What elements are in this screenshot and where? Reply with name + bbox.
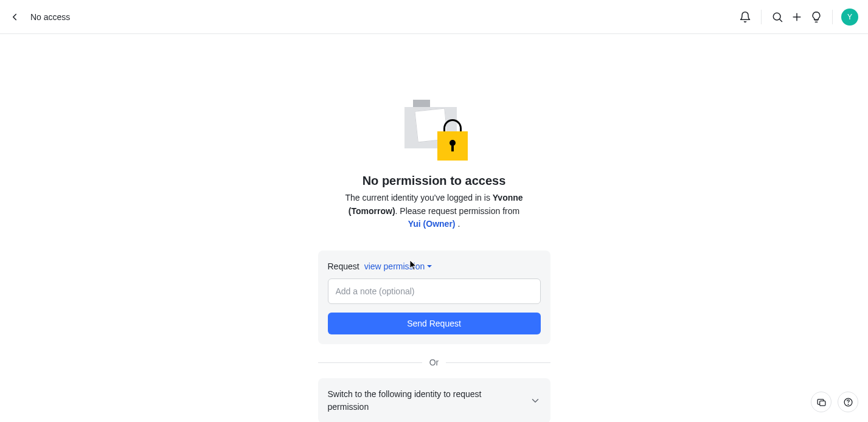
svg-point-7	[848, 404, 849, 404]
notifications-button[interactable]	[735, 7, 755, 27]
header: No access Y	[0, 0, 868, 34]
no-permission-subtext: The current identity you've logged in is…	[331, 192, 538, 231]
svg-rect-5	[819, 401, 825, 406]
subtext-part1: The current identity you've logged in is	[345, 193, 492, 202]
new-button[interactable]	[787, 7, 807, 27]
chevron-left-icon	[9, 12, 20, 22]
svg-line-1	[780, 19, 782, 21]
switch-identity-card[interactable]: Switch to the following identity to requ…	[318, 378, 550, 422]
subtext-part2: . Please request permission from	[395, 206, 520, 216]
feedback-button[interactable]	[811, 392, 832, 412]
page-title: No access	[30, 12, 70, 22]
chevron-down-icon	[530, 395, 541, 406]
divider-line	[446, 362, 550, 363]
caret-down-icon	[427, 265, 432, 268]
plus-icon	[791, 11, 803, 23]
feedback-icon	[816, 397, 827, 407]
or-label: Or	[429, 358, 439, 367]
divider	[832, 10, 833, 24]
divider-line	[318, 362, 422, 363]
back-button[interactable]	[6, 9, 23, 26]
floating-buttons	[811, 392, 858, 412]
or-divider: Or	[318, 358, 550, 367]
search-button[interactable]	[768, 7, 787, 27]
request-row: Request view permission	[328, 261, 541, 271]
locked-folder-illustration	[401, 100, 468, 161]
switch-identity-text: Switch to the following identity to requ…	[328, 388, 510, 413]
request-label: Request	[328, 261, 359, 271]
header-right: Y	[735, 7, 858, 27]
header-left: No access	[6, 9, 70, 26]
search-icon	[771, 11, 783, 23]
request-card: Request view permission Send Request	[318, 251, 550, 344]
lightbulb-icon	[810, 11, 822, 23]
divider	[761, 10, 762, 24]
tips-button[interactable]	[807, 7, 826, 27]
permission-level-value: view permission	[364, 261, 425, 271]
bell-icon	[739, 11, 751, 23]
permission-level-dropdown[interactable]: view permission	[364, 261, 432, 271]
lock-icon	[437, 131, 468, 161]
avatar[interactable]: Y	[841, 9, 858, 26]
help-icon	[843, 397, 853, 407]
note-input[interactable]	[328, 278, 541, 304]
send-request-button[interactable]: Send Request	[328, 313, 541, 334]
main-area: No permission to access The current iden…	[0, 34, 868, 422]
help-button[interactable]	[838, 392, 858, 412]
no-permission-heading: No permission to access	[363, 174, 506, 188]
owner-link[interactable]: Yui (Owner)	[408, 219, 456, 229]
avatar-initial: Y	[847, 13, 852, 21]
subtext-part3: .	[456, 219, 460, 229]
